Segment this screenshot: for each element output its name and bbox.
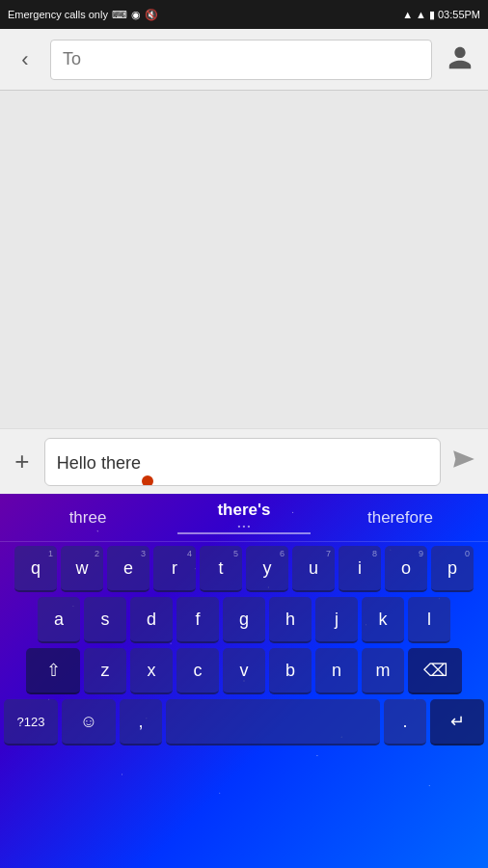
key-x[interactable]: x — [130, 648, 173, 694]
back-button[interactable]: ‹ — [8, 42, 42, 77]
key-row-2: a s d f g h j k l — [4, 597, 484, 643]
key-row-4: ?123 ☺ , . ↵ — [4, 699, 484, 746]
status-bar: Emergency calls only ⌨ ◉ 🔇 ▲ ▲ ▮ 03:55PM — [0, 0, 488, 29]
top-bar: ‹ — [0, 29, 488, 91]
key-l[interactable]: l — [408, 597, 450, 643]
keys-area: 1q 2w 3e 4r 5t 6y 7u 8i 9o 0p a s d f g … — [0, 542, 488, 746]
suggestion-three[interactable]: three — [10, 504, 166, 531]
key-s[interactable]: s — [84, 597, 126, 643]
key-k[interactable]: k — [362, 597, 404, 643]
suggestions-bar: three there's • • • therefore — [0, 494, 488, 542]
key-r[interactable]: 4r — [153, 546, 196, 592]
key-v[interactable]: v — [223, 648, 265, 694]
contact-button[interactable] — [440, 40, 480, 80]
key-j[interactable]: j — [315, 597, 358, 643]
suggestion-therefore[interactable]: therefore — [322, 504, 478, 531]
enter-key[interactable]: ↵ — [430, 699, 484, 746]
key-t[interactable]: 5t — [200, 546, 242, 592]
key-i[interactable]: 8i — [339, 546, 381, 592]
key-a[interactable]: a — [38, 597, 80, 643]
wifi-status-icon: ▲ — [402, 9, 413, 20]
key-d[interactable]: d — [130, 597, 173, 643]
time-display: 03:55PM — [438, 9, 480, 20]
key-o[interactable]: 9o — [385, 546, 427, 592]
mute-status-icon: 🔇 — [145, 9, 158, 21]
compose-message-text: Hello there — [57, 453, 141, 473]
back-icon: ‹ — [21, 47, 28, 72]
keyboard-status-icon: ⌨ — [112, 9, 127, 21]
status-left: Emergency calls only ⌨ ◉ 🔇 — [8, 9, 158, 21]
key-row-1: 1q 2w 3e 4r 5t 6y 7u 8i 9o 0p — [4, 546, 484, 592]
key-n[interactable]: n — [315, 648, 358, 694]
key-z[interactable]: z — [84, 648, 126, 694]
contact-icon — [447, 44, 474, 75]
key-p[interactable]: 0p — [431, 546, 474, 592]
emoji-key[interactable]: ☺ — [62, 699, 116, 746]
key-y[interactable]: 6y — [246, 546, 288, 592]
key-f[interactable]: f — [176, 597, 219, 643]
key-u[interactable]: 7u — [292, 546, 335, 592]
add-icon: + — [14, 447, 29, 476]
delete-key[interactable]: ⌫ — [408, 648, 462, 694]
key-e[interactable]: 3e — [107, 546, 149, 592]
battery-status-icon: ▮ — [429, 9, 435, 21]
suggestion-theres[interactable]: there's • • • — [166, 497, 322, 538]
compose-input[interactable]: Hello there — [44, 438, 441, 486]
send-button[interactable] — [448, 443, 480, 481]
key-row-3: ⇧ z x c v b n m ⌫ — [4, 648, 484, 694]
key-c[interactable]: c — [176, 648, 219, 694]
period-key[interactable]: . — [384, 699, 426, 746]
to-input[interactable] — [50, 40, 432, 80]
key-m[interactable]: m — [362, 648, 404, 694]
key-g[interactable]: g — [223, 597, 265, 643]
key-q[interactable]: 1q — [14, 546, 57, 592]
suggestion-dots: • • • — [177, 522, 311, 530]
signal-status-icon: ▲ — [416, 9, 426, 20]
message-area — [0, 91, 488, 428]
add-button[interactable]: + — [8, 445, 37, 479]
emergency-text: Emergency calls only — [8, 9, 108, 20]
space-key[interactable] — [166, 699, 380, 746]
key-w[interactable]: 2w — [61, 546, 103, 592]
send-icon — [451, 447, 476, 477]
sym-key[interactable]: ?123 — [4, 699, 58, 746]
status-right: ▲ ▲ ▮ 03:55PM — [402, 9, 480, 21]
cursor-dot — [142, 475, 153, 486]
android-status-icon: ◉ — [131, 9, 141, 21]
shift-key[interactable]: ⇧ — [26, 648, 80, 694]
compose-bar: + Hello there — [0, 428, 488, 494]
key-b[interactable]: b — [269, 648, 312, 694]
keyboard: three there's • • • therefore 1q 2w 3e 4… — [0, 494, 488, 868]
comma-key[interactable]: , — [120, 699, 162, 746]
key-h[interactable]: h — [269, 597, 312, 643]
